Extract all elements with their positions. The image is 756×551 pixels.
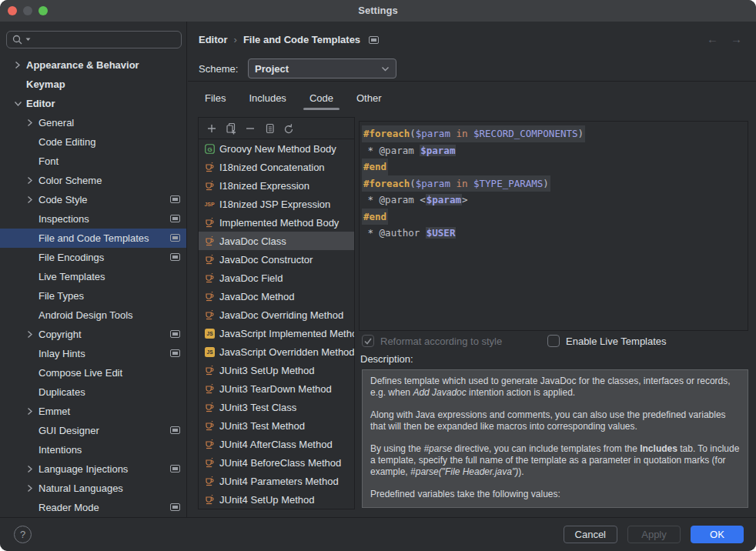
tab-code[interactable]: Code (303, 86, 340, 110)
sidebar-item-appearance-behavior[interactable]: Appearance & Behavior (0, 55, 186, 75)
sidebar-item-natural-languages[interactable]: Natural Languages (0, 479, 186, 498)
sidebar-item-code-editing[interactable]: Code Editing (0, 132, 186, 152)
plus-icon[interactable] (202, 122, 221, 135)
breadcrumb-editor[interactable]: Editor (199, 34, 228, 45)
template-code-editor[interactable]: #foreach($param in $RECORD_COMPONENTS) *… (359, 121, 748, 331)
sidebar-item-live-templates[interactable]: Live Templates (0, 267, 186, 286)
template-item-groovy-new-method-body[interactable]: GGroovy New Method Body (199, 139, 354, 158)
sidebar-item-label: GUI Designer (38, 425, 99, 436)
sidebar-item-language-injections[interactable]: Language Injections (0, 459, 186, 479)
back-arrow-icon[interactable]: ← (707, 32, 718, 45)
sidebar-item-duplicates[interactable]: Duplicates (0, 382, 186, 402)
sidebar-item-code-style[interactable]: Code Style (0, 190, 186, 209)
template-item-i18nized-jsp-expression[interactable]: JSPI18nized JSP Expression (199, 195, 354, 213)
code-line: #end (362, 159, 745, 175)
screen-icon (170, 349, 180, 357)
template-item-junit4-afterclass-method[interactable]: JUnit4 AfterClass Method (199, 435, 354, 453)
template-item-i18nized-expression[interactable]: I18nized Expression (199, 176, 354, 195)
chevron-right-icon[interactable] (26, 484, 38, 493)
chevron-right-icon[interactable] (26, 330, 38, 339)
sidebar-item-file-types[interactable]: File Types (0, 286, 186, 306)
template-item-implemented-method-body[interactable]: Implemented Method Body (199, 213, 354, 232)
java-cup-icon (204, 273, 215, 283)
sidebar-item-general[interactable]: General (0, 113, 186, 132)
ok-button[interactable]: OK (691, 526, 744, 543)
duplicate-icon[interactable] (259, 122, 279, 135)
template-item-junit4-parameters-method[interactable]: JUnit4 Parameters Method (199, 472, 354, 490)
chevron-right-icon[interactable] (26, 176, 38, 185)
sidebar-item-inlay-hints[interactable]: Inlay Hints (0, 344, 186, 363)
tab-includes[interactable]: Includes (243, 86, 292, 110)
template-item-junit3-test-method[interactable]: JUnit3 Test Method (199, 416, 354, 435)
chevron-right-icon[interactable] (26, 465, 38, 473)
sidebar-item-android-design-tools[interactable]: Android Design Tools (0, 306, 186, 325)
description-paragraph: Along with Java expressions and comments… (370, 409, 740, 432)
bottom-bar: ? Cancel Apply OK (0, 517, 756, 551)
reset-icon[interactable] (279, 122, 298, 135)
cancel-button[interactable]: Cancel (564, 526, 617, 543)
sidebar-item-color-scheme[interactable]: Color Scheme (0, 171, 186, 190)
screen-icon (170, 215, 180, 222)
template-item-i18nized-concatenation[interactable]: I18nized Concatenation (199, 158, 354, 176)
sidebar-item-file-and-code-templates[interactable]: File and Code Templates (0, 229, 186, 248)
template-item-label: Implemented Method Body (219, 217, 339, 229)
java-cup-icon (204, 310, 215, 320)
template-item-label: Groovy New Method Body (219, 143, 336, 155)
java-cup-icon (204, 458, 215, 468)
sidebar-item-keymap[interactable]: Keymap (0, 75, 186, 94)
java-cup-icon (204, 421, 215, 431)
sidebar-item-compose-live-edit[interactable]: Compose Live Edit (0, 363, 186, 382)
description-paragraph: By using the #parse directive, you can i… (370, 443, 740, 478)
jsp-icon: JSP (204, 202, 215, 207)
sidebar-item-gui-designer[interactable]: GUI Designer (0, 421, 186, 440)
template-item-javadoc-overriding-method[interactable]: JavaDoc Overriding Method (199, 306, 354, 324)
template-item-junit3-teardown-method[interactable]: JUnit3 TearDown Method (199, 379, 354, 398)
template-item-label: I18nized JSP Expression (219, 199, 330, 210)
enable-live-templates-checkbox[interactable]: Enable Live Templates (547, 335, 667, 347)
chevron-down-icon[interactable] (14, 100, 26, 107)
chevron-right-icon[interactable] (26, 195, 38, 204)
checkbox-unchecked-icon[interactable] (547, 335, 560, 347)
java-cup-icon (204, 292, 215, 302)
tab-other[interactable]: Other (350, 86, 388, 110)
search-input[interactable] (6, 31, 182, 48)
sidebar-item-label: Copyright (38, 329, 82, 340)
template-item-javadoc-method[interactable]: JavaDoc Method (199, 287, 354, 306)
sidebar-item-reader-mode[interactable]: Reader Mode (0, 498, 186, 517)
sidebar-item-inspections[interactable]: Inspections (0, 209, 186, 229)
sidebar-item-file-encodings[interactable]: File Encodings (0, 248, 186, 267)
description-box[interactable]: Defines template which used to generate … (362, 369, 748, 508)
copy-add-icon[interactable] (221, 122, 240, 135)
template-item-javadoc-constructor[interactable]: JavaDoc Constructor (199, 250, 354, 269)
checkbox-checked-icon (362, 335, 374, 347)
template-item-junit3-test-class[interactable]: JUnit3 Test Class (199, 398, 354, 416)
template-item-javadoc-field[interactable]: JavaDoc Field (199, 269, 354, 287)
screen-icon (170, 234, 180, 242)
sidebar-item-intentions[interactable]: Intentions (0, 440, 186, 459)
chevron-right-icon[interactable] (26, 119, 38, 127)
chevron-right-icon[interactable] (26, 407, 38, 416)
code-token (468, 178, 474, 189)
scheme-label: Scheme: (199, 63, 248, 75)
scheme-row: Scheme: Project (199, 58, 396, 78)
code-token: * @param (362, 145, 420, 156)
sidebar-item-label: Language Injections (38, 463, 128, 475)
sidebar-item-copyright[interactable]: Copyright (0, 325, 186, 344)
forward-arrow-icon[interactable]: → (731, 32, 742, 45)
sidebar-item-font[interactable]: Font (0, 152, 186, 171)
sidebar-item-emmet[interactable]: Emmet (0, 402, 186, 421)
template-item-junit4-beforeclass-method[interactable]: JUnit4 BeforeClass Method (199, 453, 354, 472)
tab-files[interactable]: Files (199, 86, 232, 110)
minus-icon[interactable] (240, 122, 259, 135)
code-token: $param (420, 145, 456, 156)
chevron-right-icon[interactable] (14, 61, 26, 69)
template-item-junit4-setup-method[interactable]: JUnit4 SetUp Method (199, 490, 354, 509)
help-button[interactable]: ? (14, 526, 32, 543)
template-item-label: JUnit3 SetUp Method (219, 365, 315, 376)
template-item-javadoc-class[interactable]: JavaDoc Class (199, 232, 354, 250)
template-item-label: JavaDoc Overriding Method (219, 309, 343, 321)
template-item-junit3-setup-method[interactable]: JUnit3 SetUp Method (199, 361, 354, 379)
sidebar-item-editor[interactable]: Editor (0, 94, 186, 113)
search-options-chevron-icon[interactable] (25, 38, 31, 42)
scheme-select[interactable]: Project (248, 58, 396, 78)
